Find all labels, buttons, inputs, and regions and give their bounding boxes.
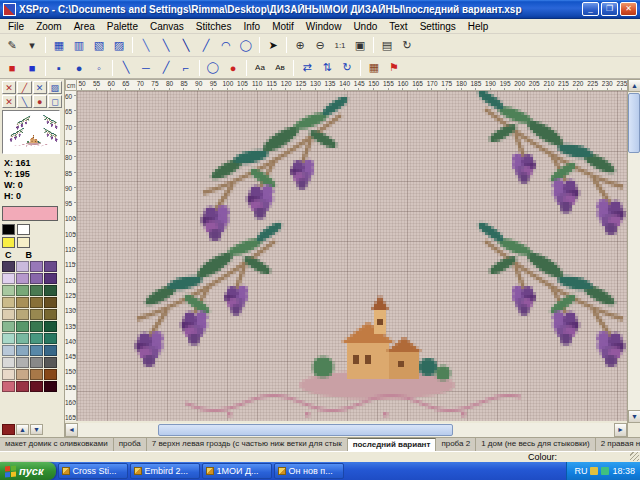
curve-tool[interactable]: ◠: [216, 36, 236, 55]
palette-color-34[interactable]: [30, 357, 43, 368]
palette-color-18[interactable]: [30, 309, 43, 320]
bw-swatch-1[interactable]: [17, 224, 30, 235]
sheet-tab-5[interactable]: 1 дом (не весь для стыковки): [476, 438, 596, 451]
pencil-tool[interactable]: ✎: [2, 36, 22, 55]
palette-color-17[interactable]: [16, 309, 29, 320]
petite-cross-tool[interactable]: ✕: [2, 95, 16, 108]
color-swatch-blue[interactable]: ■: [22, 58, 42, 77]
three-quarter-tool[interactable]: ▨: [48, 81, 62, 94]
sheet-tab-3[interactable]: последний вариант: [348, 438, 437, 451]
circle-tool[interactable]: ◯: [236, 36, 256, 55]
menu-area[interactable]: Area: [68, 20, 101, 33]
mirror-vertical-tool[interactable]: ⇅: [317, 58, 337, 77]
palette-color-42[interactable]: [30, 381, 43, 392]
tray-volume-icon[interactable]: [601, 467, 609, 475]
palette-color-23[interactable]: [44, 321, 57, 332]
palette-color-0[interactable]: [2, 261, 15, 272]
start-button[interactable]: пуск: [0, 462, 56, 480]
palette-color-36[interactable]: [2, 369, 15, 380]
close-button[interactable]: ✕: [620, 2, 637, 16]
menu-settings[interactable]: Settings: [414, 20, 462, 33]
sheet-tab-1[interactable]: проба: [114, 438, 147, 451]
palette-color-6[interactable]: [30, 273, 43, 284]
palette-color-28[interactable]: [2, 345, 15, 356]
vertical-scroll-thumb[interactable]: [628, 93, 640, 153]
palette-color-21[interactable]: [16, 321, 29, 332]
diagonal-tool[interactable]: ╱: [156, 58, 176, 77]
sheet-tab-4[interactable]: проба 2: [436, 438, 476, 451]
palette-color-9[interactable]: [16, 285, 29, 296]
palette-color-33[interactable]: [16, 357, 29, 368]
menu-motif[interactable]: Motif: [266, 20, 300, 33]
palette-color-32[interactable]: [2, 357, 15, 368]
straight-line-tool[interactable]: ─: [136, 58, 156, 77]
polyline-tool[interactable]: ⌐: [176, 58, 196, 77]
menu-window[interactable]: Window: [300, 20, 348, 33]
scroll-up-button[interactable]: ▲: [628, 79, 640, 92]
grid-toggle[interactable]: ▤: [377, 36, 397, 55]
select-arrow-tool[interactable]: ➤: [263, 36, 283, 55]
menu-palette[interactable]: Palette: [101, 20, 144, 33]
refresh-tool[interactable]: ↻: [397, 36, 417, 55]
palette-color-4[interactable]: [2, 273, 15, 284]
palette-color-24[interactable]: [2, 333, 15, 344]
quarter-stitch-tool[interactable]: ▧: [89, 36, 109, 55]
backstitch-thin-tool[interactable]: ╲: [136, 36, 156, 55]
petite-stitch-tool[interactable]: ▪: [49, 58, 69, 77]
palette-color-1[interactable]: [16, 261, 29, 272]
text-cyrillic-tool[interactable]: Ав: [270, 58, 290, 77]
full-stitch-tool[interactable]: ▦: [49, 36, 69, 55]
menu-help[interactable]: Help: [462, 20, 495, 33]
language-indicator[interactable]: RU: [574, 466, 587, 476]
menu-text[interactable]: Text: [383, 20, 413, 33]
resize-grip[interactable]: [630, 452, 639, 461]
flag-tool[interactable]: ⚑: [384, 58, 404, 77]
palette-color-14[interactable]: [30, 297, 43, 308]
palette-color-39[interactable]: [44, 369, 57, 380]
palette-color-30[interactable]: [30, 345, 43, 356]
horizontal-scroll-track[interactable]: [78, 423, 614, 437]
mirror-horizontal-tool[interactable]: ⇄: [297, 58, 317, 77]
current-color-swatch[interactable]: [2, 206, 58, 221]
zoom-in-tool[interactable]: ⊕: [290, 36, 310, 55]
menu-undo[interactable]: Undo: [347, 20, 383, 33]
menu-stitches[interactable]: Stitches: [190, 20, 238, 33]
erase-tool[interactable]: ◻: [48, 95, 62, 108]
palette-color-22[interactable]: [30, 321, 43, 332]
motif-library-tool[interactable]: ▦: [364, 58, 384, 77]
full-cross-tool[interactable]: ✕: [2, 81, 16, 94]
palette-color-12[interactable]: [2, 297, 15, 308]
palette-color-button[interactable]: [2, 424, 15, 435]
sheet-tab-0[interactable]: макет домик с оливковками: [0, 438, 114, 451]
palette-color-2[interactable]: [30, 261, 43, 272]
scroll-down-button[interactable]: ▼: [628, 410, 640, 423]
palette-color-7[interactable]: [44, 273, 57, 284]
palette-color-13[interactable]: [16, 297, 29, 308]
zoom-100-tool[interactable]: 1:1: [330, 36, 350, 55]
maximize-button[interactable]: ❐: [601, 2, 618, 16]
palette-color-5[interactable]: [16, 273, 29, 284]
palette-color-20[interactable]: [2, 321, 15, 332]
menu-canvas[interactable]: Canvas: [144, 20, 190, 33]
backstitch-thick-tool[interactable]: ╲: [176, 36, 196, 55]
palette-color-43[interactable]: [44, 381, 57, 392]
palette-scroll-up[interactable]: ▲: [16, 424, 29, 435]
line-tool[interactable]: ╱: [196, 36, 216, 55]
minimize-button[interactable]: _: [582, 2, 599, 16]
half-cross-tool[interactable]: ╱: [17, 81, 31, 94]
scroll-right-button[interactable]: ►: [614, 423, 627, 437]
color-swatch-red[interactable]: ■: [2, 58, 22, 77]
yellow-swatch-0[interactable]: [2, 237, 15, 248]
palette-color-10[interactable]: [30, 285, 43, 296]
scroll-left-button[interactable]: ◄: [65, 423, 78, 437]
palette-color-31[interactable]: [44, 345, 57, 356]
ellipse-tool[interactable]: ◯: [203, 58, 223, 77]
three-quarter-stitch-tool[interactable]: ▨: [109, 36, 129, 55]
palette-color-8[interactable]: [2, 285, 15, 296]
palette-color-16[interactable]: [2, 309, 15, 320]
backstitch-medium-tool[interactable]: ╲: [156, 36, 176, 55]
taskbar-button-1[interactable]: Embird 2...: [130, 463, 200, 479]
french-knot-tool[interactable]: ●: [69, 58, 89, 77]
taskbar-button-2[interactable]: 1МОИ Д...: [202, 463, 272, 479]
dropdown-arrow[interactable]: ▾: [22, 36, 42, 55]
